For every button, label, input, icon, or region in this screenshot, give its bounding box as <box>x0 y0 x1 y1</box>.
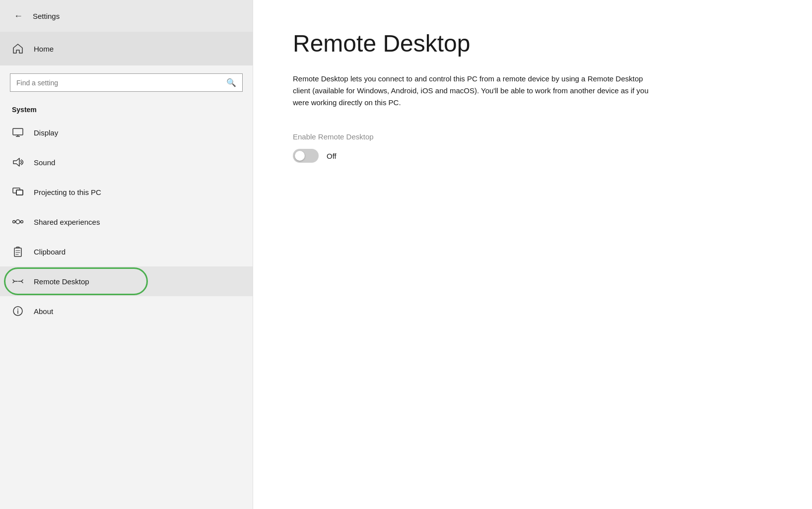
svg-point-10 <box>17 309 18 310</box>
search-container: 🔍 <box>0 65 253 100</box>
sidebar-header: ← Settings <box>0 0 253 32</box>
svg-rect-0 <box>13 128 23 135</box>
sidebar-item-display-label: Display <box>34 128 58 137</box>
enable-remote-desktop-toggle[interactable] <box>293 149 319 163</box>
sidebar: ← Settings Home 🔍 System Display <box>0 0 253 509</box>
main-content: Remote Desktop Remote Desktop lets you c… <box>253 0 812 509</box>
sidebar-item-home[interactable]: Home <box>0 32 253 65</box>
back-button[interactable]: ← <box>12 9 25 23</box>
about-icon <box>12 305 24 317</box>
sidebar-item-about[interactable]: About <box>0 296 253 326</box>
search-box[interactable]: 🔍 <box>10 73 243 92</box>
page-title: Remote Desktop <box>293 30 772 57</box>
toggle-label: Enable Remote Desktop <box>293 132 772 141</box>
sidebar-title: Settings <box>33 12 60 20</box>
sidebar-item-clipboard[interactable]: Clipboard <box>0 237 253 266</box>
svg-point-5 <box>16 220 20 224</box>
shared-icon <box>12 216 24 228</box>
sidebar-item-remote-desktop[interactable]: Remote Desktop <box>0 266 253 296</box>
sidebar-item-sound[interactable]: Sound <box>0 147 253 177</box>
nav-items: Display Sound Projecting t <box>0 118 253 509</box>
svg-point-7 <box>21 221 23 223</box>
svg-marker-1 <box>13 158 19 166</box>
sidebar-item-projecting-label: Projecting to this PC <box>34 188 101 196</box>
display-icon <box>12 127 24 138</box>
sidebar-item-sound-label: Sound <box>34 158 55 167</box>
toggle-row: Off <box>293 149 772 163</box>
search-input[interactable] <box>16 79 222 87</box>
projecting-icon <box>12 186 24 198</box>
sidebar-item-shared-label: Shared experiences <box>34 218 100 226</box>
home-icon <box>12 43 24 55</box>
sound-icon <box>12 156 24 168</box>
svg-rect-3 <box>16 190 23 195</box>
system-label: System <box>0 100 253 118</box>
clipboard-icon <box>12 246 24 257</box>
sidebar-item-display[interactable]: Display <box>0 118 253 147</box>
sidebar-item-about-label: About <box>34 307 53 316</box>
toggle-section: Enable Remote Desktop Off <box>293 132 772 163</box>
toggle-thumb <box>295 151 305 161</box>
page-description: Remote Desktop lets you connect to and c… <box>293 73 650 109</box>
remote-desktop-icon <box>12 275 24 287</box>
svg-point-6 <box>13 221 15 223</box>
sidebar-item-projecting[interactable]: Projecting to this PC <box>0 177 253 207</box>
home-label: Home <box>34 45 54 53</box>
search-icon: 🔍 <box>226 78 236 87</box>
sidebar-item-shared[interactable]: Shared experiences <box>0 207 253 237</box>
toggle-state: Off <box>327 152 337 160</box>
sidebar-item-remote-desktop-label: Remote Desktop <box>34 277 89 286</box>
sidebar-item-clipboard-label: Clipboard <box>34 248 66 256</box>
